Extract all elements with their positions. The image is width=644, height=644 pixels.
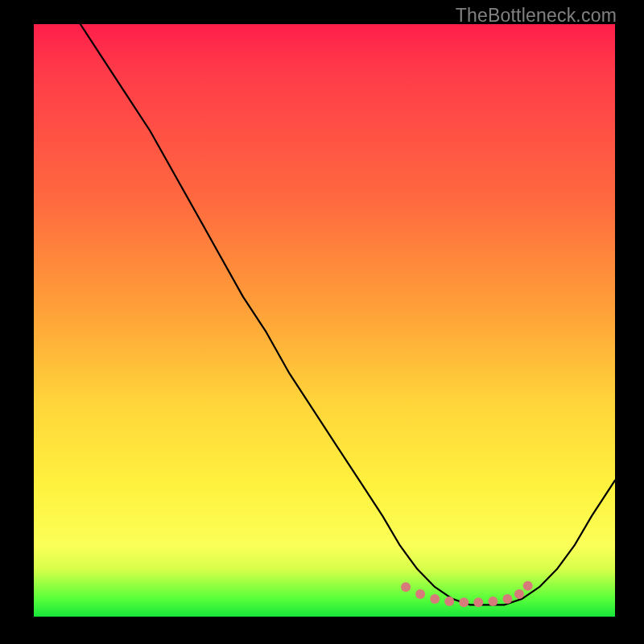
chart-frame: TheBottleneck.com	[0, 0, 644, 644]
dot	[514, 589, 524, 599]
watermark-text: TheBottleneck.com	[456, 5, 617, 27]
plot-area	[34, 24, 615, 617]
dot-band	[401, 581, 533, 608]
curve-layer	[34, 24, 615, 617]
dot	[401, 582, 411, 592]
bottleneck-curve	[80, 24, 615, 605]
dot	[459, 597, 469, 607]
dot	[502, 594, 512, 604]
dot	[430, 594, 440, 604]
dot	[415, 589, 425, 599]
dot	[473, 597, 483, 607]
dot	[444, 597, 454, 606]
dot	[488, 597, 497, 606]
dot	[523, 581, 533, 591]
